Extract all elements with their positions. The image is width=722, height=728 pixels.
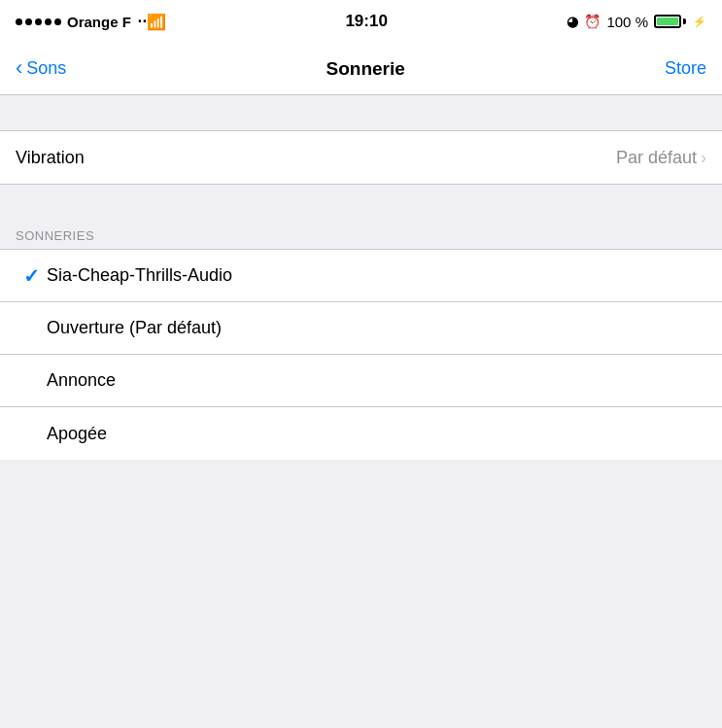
top-spacer: [0, 95, 722, 130]
back-button[interactable]: ‹ Sons: [16, 58, 66, 79]
vibration-section: Vibration Par défaut ›: [0, 130, 722, 184]
store-button[interactable]: Store: [665, 58, 706, 79]
ringtone-label-2: Annonce: [47, 370, 706, 391]
list-item[interactable]: Apogée: [0, 407, 722, 460]
sonneries-section-header: SONNERIES: [0, 219, 722, 249]
status-time: 19:10: [345, 12, 387, 31]
status-right: ◕ ⏰ 100 % ⚡: [567, 14, 706, 30]
battery-icon: [654, 15, 686, 28]
sonneries-list: ✓ Sia-Cheap-Thrills-Audio Ouverture (Par…: [0, 249, 722, 460]
list-item[interactable]: Annonce: [0, 355, 722, 407]
chevron-right-icon: ›: [701, 148, 706, 168]
carrier-label: Orange F: [67, 14, 131, 30]
list-item[interactable]: Ouverture (Par défaut): [0, 302, 722, 355]
status-left: Orange F ⋅⋅📶: [16, 13, 166, 31]
signal-dots: [16, 18, 61, 25]
back-chevron-icon: ‹: [16, 57, 22, 79]
vibration-row[interactable]: Vibration Par défaut ›: [0, 131, 722, 184]
nav-bar: ‹ Sons Sonnerie Store: [0, 43, 722, 95]
alarm-icon: ⏰: [584, 14, 601, 29]
lock-icon: ◕: [567, 14, 578, 29]
battery-percent: 100 %: [606, 14, 648, 30]
ringtone-label-3: Apogée: [47, 424, 706, 444]
status-bar: Orange F ⋅⋅📶 19:10 ◕ ⏰ 100 % ⚡: [0, 0, 722, 43]
vibration-label: Vibration: [16, 148, 616, 168]
back-label: Sons: [26, 58, 66, 79]
checkmark-icon: ✓: [16, 264, 47, 288]
wifi-icon: ⋅⋅📶: [137, 13, 166, 31]
ringtone-label-1: Ouverture (Par défaut): [47, 318, 706, 338]
charging-icon: ⚡: [693, 16, 706, 28]
list-item[interactable]: ✓ Sia-Cheap-Thrills-Audio: [0, 250, 722, 302]
ringtone-label-0: Sia-Cheap-Thrills-Audio: [47, 265, 706, 286]
page-title: Sonnerie: [327, 58, 405, 80]
section-gap: [0, 184, 722, 219]
vibration-value-text: Par défaut: [616, 148, 697, 168]
vibration-value: Par défaut ›: [616, 148, 706, 168]
